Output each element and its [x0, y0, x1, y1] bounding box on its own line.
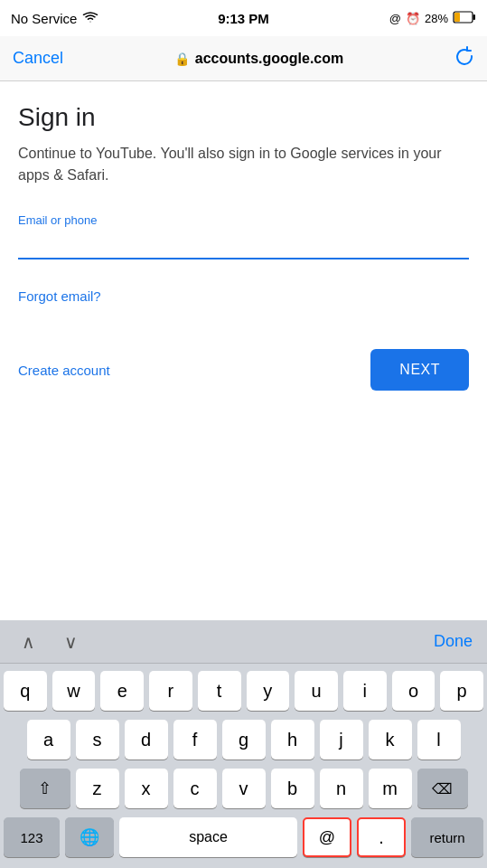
status-right: @ ⏰ 28% [389, 11, 476, 26]
key-d[interactable]: d [125, 720, 168, 760]
key-g[interactable]: g [222, 720, 266, 760]
email-label: Email or phone [18, 213, 469, 227]
nav-url: accounts.google.com [195, 51, 343, 67]
status-signal: No Service [11, 11, 98, 26]
key-row-1: q w e r t y u i o p [4, 671, 483, 711]
key-v[interactable]: v [222, 769, 266, 808]
create-account-button[interactable]: Create account [18, 363, 110, 378]
forgot-email-link[interactable]: Forgot email? [18, 288, 101, 304]
battery-icon [453, 11, 476, 26]
key-m[interactable]: m [369, 769, 412, 808]
keyboard-nav-buttons: ∧ ∨ [14, 627, 85, 656]
key-p[interactable]: p [440, 671, 483, 711]
keyboard-keys: q w e r t y u i o p a s d f g h j k l ⇧ … [0, 664, 487, 868]
key-c[interactable]: c [173, 769, 217, 808]
page-description: Continue to YouTube. You'll also sign in… [18, 143, 469, 186]
key-s[interactable]: s [76, 720, 119, 760]
lock-icon: 🔒 [174, 52, 190, 66]
key-row-bottom: 123 🌐 space @ . return [4, 817, 483, 857]
key-q[interactable]: q [4, 671, 47, 711]
key-y[interactable]: y [247, 671, 290, 711]
shift-key[interactable]: ⇧ [20, 769, 70, 808]
globe-key[interactable]: 🌐 [65, 817, 114, 857]
no-service-text: No Service [11, 11, 77, 26]
key-f[interactable]: f [173, 720, 217, 760]
period-key[interactable]: . [357, 817, 406, 857]
key-e[interactable]: e [100, 671, 144, 711]
key-r[interactable]: r [149, 671, 192, 711]
keyboard-prev-button[interactable]: ∧ [14, 627, 42, 656]
email-form-group: Email or phone [18, 213, 469, 259]
nav-title: 🔒 accounts.google.com [174, 51, 343, 67]
key-h[interactable]: h [271, 720, 314, 760]
alarm-icon: ⏰ [406, 12, 420, 25]
key-j[interactable]: j [320, 720, 363, 760]
key-x[interactable]: x [125, 769, 168, 808]
status-time: 9:13 PM [218, 11, 269, 26]
key-a[interactable]: a [27, 720, 70, 760]
key-i[interactable]: i [343, 671, 387, 711]
delete-key[interactable]: ⌫ [417, 769, 468, 808]
key-u[interactable]: u [295, 671, 338, 711]
refresh-button[interactable] [454, 46, 474, 71]
key-z[interactable]: z [76, 769, 119, 808]
key-n[interactable]: n [320, 769, 363, 808]
key-123[interactable]: 123 [4, 817, 60, 857]
key-t[interactable]: t [198, 671, 241, 711]
at-key[interactable]: @ [303, 817, 351, 857]
key-l[interactable]: l [417, 720, 461, 760]
content-area: Sign in Continue to YouTube. You'll also… [0, 81, 487, 409]
cancel-button[interactable]: Cancel [13, 49, 63, 68]
battery-percent: 28% [425, 12, 448, 25]
keyboard: ∧ ∨ Done q w e r t y u i o p a s d f g h… [0, 620, 487, 868]
page-title: Sign in [18, 103, 469, 132]
keyboard-next-button[interactable]: ∨ [57, 627, 85, 656]
return-key[interactable]: return [411, 817, 483, 857]
key-row-2: a s d f g h j k l [4, 720, 483, 760]
svg-rect-2 [454, 13, 460, 22]
next-button[interactable]: NEXT [370, 349, 469, 391]
key-o[interactable]: o [392, 671, 435, 711]
keyboard-done-button[interactable]: Done [434, 632, 473, 651]
key-row-3: ⇧ z x c v b n m ⌫ [4, 769, 483, 808]
wifi-icon [82, 11, 98, 26]
status-bar: No Service 9:13 PM @ ⏰ 28% [0, 0, 487, 36]
nav-bar: Cancel 🔒 accounts.google.com [0, 36, 487, 81]
space-key[interactable]: space [119, 817, 297, 857]
at-icon: @ [389, 12, 401, 25]
key-w[interactable]: w [52, 671, 96, 711]
key-k[interactable]: k [369, 720, 412, 760]
key-b[interactable]: b [271, 769, 314, 808]
email-input[interactable] [18, 231, 469, 259]
form-actions: Create account NEXT [18, 349, 469, 391]
keyboard-toolbar: ∧ ∨ Done [0, 620, 487, 664]
svg-rect-1 [473, 14, 476, 20]
